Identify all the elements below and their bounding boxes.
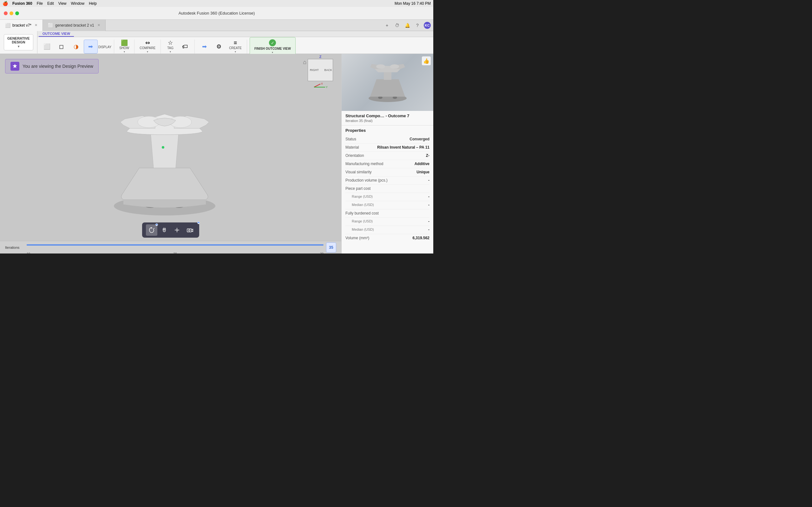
prop-label-production-volume: Production volume (pcs.) [345,178,428,182]
help-btn[interactable]: ? [414,21,421,29]
3d-model-svg [104,73,225,231]
prop-value-manufacturing: Additive [415,162,429,166]
compare-arrow: ▾ [147,50,148,53]
new-tab-btn[interactable]: + [383,21,391,29]
create-component-icon: ⚙ [216,44,221,49]
tab-generated-bracket[interactable]: ⬜ generated bracket 2 v1 ✕ [43,20,106,31]
compare-label: COMPARE [140,46,155,50]
toolbar-content: OUTCOME VIEW ⬜ ◻ ◑ ➡ DISPLAY [38,31,433,54]
toolbar-buttons-row: ⬜ ◻ ◑ ➡ DISPLAY 🟩 SHOW ▾ [38,37,433,56]
display-color-btn[interactable]: ◑ [69,40,83,54]
finish-check-icon: ✓ [269,39,276,46]
titlebar: Autodesk Fusion 360 (Education License) [0,7,433,20]
prop-row-material: Material Rilsan Invent Natural – PA 11 [345,144,429,152]
tab-bracket-v7[interactable]: ⬜ bracket v7* ✕ [0,20,43,31]
tab-close-0[interactable]: ✕ [35,23,38,27]
menu-clock: Mon May 16 7:40 PM [395,1,431,6]
tag-btn[interactable]: ☆ TAG ▾ [163,40,177,54]
toolbar: GENERATIVEDESIGN ▾ OUTCOME VIEW ⬜ ◻ ◑ ➡ [0,31,433,54]
display-shaded-btn[interactable]: ⬜ [40,40,54,54]
close-button[interactable] [4,11,8,15]
prop-value-piece-median: - [428,203,429,207]
prop-label-material: Material [345,145,377,150]
svg-point-11 [189,230,190,231]
outcome-card: 👍 Structural Compo… - Outcome 7 Iteratio… [342,54,433,125]
menu-window[interactable]: Window [71,1,85,6]
right-panel: 👍 Structural Compo… - Outcome 7 Iteratio… [341,54,433,253]
show-arrow: ▾ [124,50,125,53]
create-group: ➡ ⚙ ≡ CREATE ▾ [197,40,247,54]
tab-icon-1: ⬜ [48,23,53,28]
prop-value-orientation: Z- [426,153,429,158]
generative-design-button[interactable]: GENERATIVEDESIGN ▾ [4,34,33,50]
notifications-btn[interactable]: 🔔 [403,21,411,29]
fullscreen-button[interactable] [15,11,19,15]
compare-group: ⇔ COMPARE ▾ [137,40,161,54]
main-area: You are viewing the Design Preview ⌂ Z R… [0,54,433,253]
profile-btn[interactable]: KC [424,22,431,29]
tag-label-btn[interactable]: 🏷 [178,40,192,54]
create-table-btn[interactable]: ≡ CREATE ▾ [226,40,244,54]
prop-row-burdened-median: Median (USD) - [345,226,429,234]
iterations-slider-fill [27,244,309,245]
finish-outcome-view-button[interactable]: ✓ FINISH OUTCOME VIEW ▾ [250,37,296,56]
shaded-icon: ⬜ [44,44,50,49]
tab-close-1[interactable]: ✕ [97,23,100,27]
minimize-button[interactable] [9,11,13,15]
svg-point-9 [162,146,164,149]
model-container [0,54,341,241]
color-icon: ◑ [73,44,79,49]
display-active-btn[interactable]: ➡ [84,40,98,54]
tabsbar: ⬜ bracket v7* ✕ ⬜ generated bracket 2 v1… [0,20,433,31]
prop-label-status: Status [345,137,409,141]
prop-label-fully-burdened: Fully burdened cost [345,211,429,216]
apple-menu[interactable]: 🍎 [3,1,8,6]
prop-value-burdened-median: - [428,228,429,232]
finish-group: ✓ FINISH OUTCOME VIEW ▾ [250,37,298,56]
prop-value-piece-range: - [428,194,429,199]
compare-btn[interactable]: ⇔ COMPARE ▾ [137,40,158,54]
show-btn[interactable]: 🟩 SHOW ▾ [117,40,132,54]
menu-file[interactable]: File [37,1,43,6]
create-label: CREATE [229,46,242,50]
iterations-value-display[interactable]: 35 [326,242,336,252]
finish-label: FINISH OUTCOME VIEW [254,47,291,50]
prop-row-piece-median: Median (USD) - [345,201,429,210]
outcome-like-button[interactable]: 👍 [422,56,431,65]
toolbar-gen-design-section: GENERATIVEDESIGN ▾ [0,31,38,54]
create-component-btn[interactable]: ⚙ [212,40,226,54]
history-btn[interactable]: ⏱ [393,21,401,29]
create-export-btn[interactable]: ➡ [197,40,211,54]
tabsbar-actions: + ⏱ 🔔 ? KC [383,21,433,29]
window-title: Autodesk Fusion 360 (Education License) [179,11,255,15]
menu-view[interactable]: View [58,1,67,6]
pan-button[interactable] [159,224,170,236]
outcome-info: Structural Compo… - Outcome 7 Iteration … [342,111,433,125]
zoom-button[interactable] [171,224,183,236]
orbit-button[interactable]: ▲ [146,224,157,236]
toolbar-tab-outcome-view[interactable]: OUTCOME VIEW [39,31,74,37]
display-wireframe-btn[interactable]: ◻ [55,40,68,54]
slider-container[interactable]: 10 20 30 [27,244,323,250]
create-arrow: ▾ [235,50,236,53]
iter-ticks: 10 20 30 [27,252,323,254]
tag-label-icon: 🏷 [182,44,188,49]
tab-icon-0: ⬜ [5,23,10,28]
prop-label-visual-similarity: Visual similarity [345,170,416,174]
svg-point-13 [378,96,383,99]
viewport[interactable]: You are viewing the Design Preview ⌂ Z R… [0,54,341,253]
menu-help[interactable]: Help [89,1,97,6]
menu-edit[interactable]: Edit [47,1,54,6]
iterations-label: Iterations [5,245,24,249]
prop-label-orientation: Orientation [345,153,426,158]
prop-label-piece-part-cost: Piece part cost [345,186,429,191]
prop-row-manufacturing: Manufacturing method Additive [345,160,429,168]
iterations-slider-track[interactable] [27,244,323,245]
tag-group: ☆ TAG ▾ 🏷 [163,40,195,54]
tag-arrow: ▾ [170,50,171,53]
toolbar-tab-row: OUTCOME VIEW [38,31,433,37]
camera-button[interactable]: ▲ [184,224,195,236]
tab-label-0: bracket v7* [12,23,32,27]
prop-value-volume: 6,319.562 [413,236,429,240]
menu-app-name[interactable]: Fusion 360 [12,1,32,6]
